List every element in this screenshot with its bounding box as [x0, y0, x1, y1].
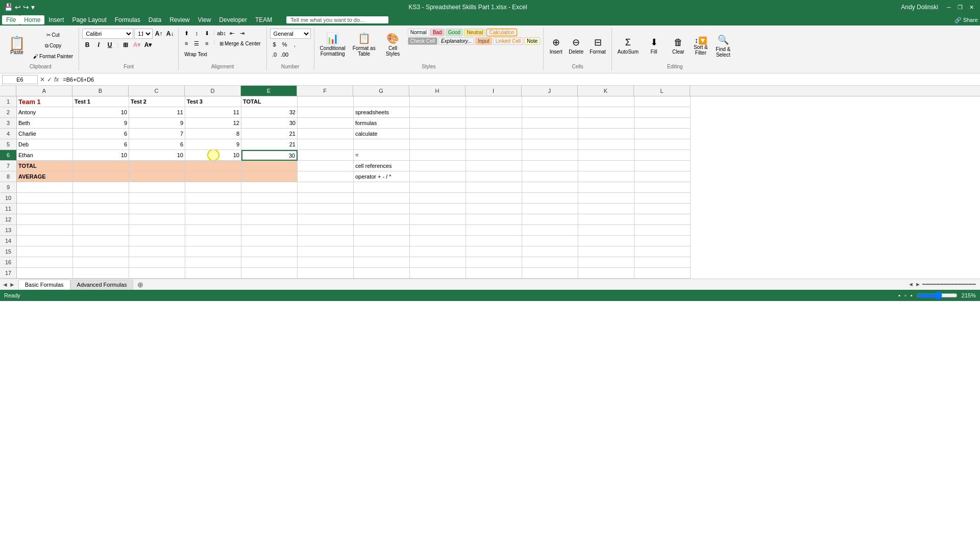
- cancel-formula-icon[interactable]: ✕: [40, 76, 45, 83]
- cell-g8[interactable]: operator + - / *: [354, 171, 410, 182]
- cell-h3[interactable]: [410, 118, 466, 129]
- cell-k13[interactable]: [578, 225, 634, 236]
- col-header-c[interactable]: C: [129, 86, 185, 96]
- cell-f10[interactable]: [298, 193, 354, 204]
- col-header-d[interactable]: D: [185, 86, 241, 96]
- find-select-button[interactable]: 🔍 Find &Select: [712, 30, 735, 62]
- cell-i6[interactable]: [466, 150, 522, 161]
- cell-d6[interactable]: 10: [185, 150, 241, 161]
- cell-b1[interactable]: Test 1: [73, 96, 129, 107]
- align-center-button[interactable]: ☰: [192, 39, 201, 48]
- name-box[interactable]: E6: [2, 75, 38, 84]
- cell-e11[interactable]: [241, 204, 298, 214]
- cell-h6[interactable]: [410, 150, 466, 161]
- cell-e16[interactable]: [241, 257, 298, 268]
- cell-i9[interactable]: [466, 182, 522, 193]
- cell-b3[interactable]: 9: [73, 118, 129, 129]
- cell-a12[interactable]: [17, 214, 73, 225]
- cell-e1[interactable]: TOTAL: [241, 96, 298, 107]
- cell-i17[interactable]: [466, 268, 522, 279]
- conditional-formatting-button[interactable]: 📊 ConditionalFormatting: [317, 29, 348, 60]
- minimize-button[interactable]: ─: [944, 3, 953, 12]
- cell-b6[interactable]: 10: [73, 150, 129, 161]
- underline-button[interactable]: U: [105, 40, 115, 50]
- indent-increase-button[interactable]: ⇥: [237, 29, 247, 38]
- cell-e3[interactable]: 30: [241, 118, 298, 129]
- menu-formulas[interactable]: Formulas: [111, 15, 144, 24]
- col-header-h[interactable]: H: [409, 86, 465, 96]
- cell-d9[interactable]: [185, 182, 241, 193]
- cell-f2[interactable]: [298, 107, 354, 118]
- format-button[interactable]: ⊟ Format: [587, 30, 608, 62]
- cell-g15[interactable]: [354, 246, 410, 257]
- font-size-select[interactable]: 11: [134, 29, 153, 39]
- font-name-select[interactable]: Calibri: [82, 29, 133, 39]
- cell-d2[interactable]: 11: [185, 107, 241, 118]
- cell-d12[interactable]: [185, 214, 241, 225]
- cell-l12[interactable]: [634, 214, 691, 225]
- cell-f11[interactable]: [298, 204, 354, 214]
- cell-j17[interactable]: [522, 268, 578, 279]
- cell-c3[interactable]: 9: [129, 118, 185, 129]
- cell-l15[interactable]: [634, 246, 691, 257]
- cell-c5[interactable]: 6: [129, 139, 185, 150]
- row-header-16[interactable]: 16: [0, 257, 16, 268]
- cell-d11[interactable]: [185, 204, 241, 214]
- sort-filter-button[interactable]: ↕🔽 Sort &Filter: [691, 30, 710, 62]
- cell-f5[interactable]: [298, 139, 354, 150]
- row-header-15[interactable]: 15: [0, 246, 16, 257]
- cell-b4[interactable]: 6: [73, 129, 129, 139]
- style-neutral[interactable]: Neutral: [464, 29, 485, 36]
- cell-c6[interactable]: 10: [129, 150, 185, 161]
- cell-b2[interactable]: 10: [73, 107, 129, 118]
- cell-c13[interactable]: [129, 225, 185, 236]
- cell-k9[interactable]: [578, 182, 634, 193]
- cell-h9[interactable]: [410, 182, 466, 193]
- align-bottom-button[interactable]: ⬇: [202, 29, 211, 38]
- style-calculation[interactable]: Calculation: [486, 29, 517, 36]
- cell-j5[interactable]: [522, 139, 578, 150]
- cell-e7[interactable]: [241, 161, 298, 171]
- cell-f9[interactable]: [298, 182, 354, 193]
- cell-j1[interactable]: [522, 96, 578, 107]
- quick-access-dropdown-icon[interactable]: ▾: [31, 3, 35, 11]
- cell-i15[interactable]: [466, 246, 522, 257]
- cell-h13[interactable]: [410, 225, 466, 236]
- col-header-k[interactable]: K: [578, 86, 634, 96]
- sheet-tab-advanced-formulas[interactable]: Advanced Formulas: [70, 280, 134, 290]
- undo-icon[interactable]: ↩: [15, 3, 21, 11]
- cell-d10[interactable]: [185, 193, 241, 204]
- cell-k1[interactable]: [578, 96, 634, 107]
- row-header-3[interactable]: 3: [0, 118, 16, 129]
- cell-k7[interactable]: [578, 161, 634, 171]
- cell-h7[interactable]: [410, 161, 466, 171]
- border-button[interactable]: ⊞: [120, 40, 131, 50]
- cell-h1[interactable]: [410, 96, 466, 107]
- percent-button[interactable]: %: [280, 40, 289, 49]
- cell-i7[interactable]: [466, 161, 522, 171]
- cell-g17[interactable]: [354, 268, 410, 279]
- row-header-6[interactable]: 6: [0, 150, 16, 161]
- currency-button[interactable]: $: [270, 40, 279, 49]
- menu-review[interactable]: Review: [165, 15, 193, 24]
- cell-k15[interactable]: [578, 246, 634, 257]
- cell-c11[interactable]: [129, 204, 185, 214]
- cell-f14[interactable]: [298, 236, 354, 246]
- menu-team[interactable]: TEAM: [251, 15, 276, 24]
- cell-l13[interactable]: [634, 225, 691, 236]
- cell-g16[interactable]: [354, 257, 410, 268]
- tab-prev-icon[interactable]: ◄: [2, 281, 8, 288]
- cell-i12[interactable]: [466, 214, 522, 225]
- menu-insert[interactable]: Insert: [44, 15, 68, 24]
- cell-g4[interactable]: calculate: [354, 129, 410, 139]
- cell-g11[interactable]: [354, 204, 410, 214]
- cell-k10[interactable]: [578, 193, 634, 204]
- cell-f16[interactable]: [298, 257, 354, 268]
- row-header-7[interactable]: 7: [0, 161, 16, 171]
- col-header-b[interactable]: B: [72, 86, 129, 96]
- style-normal[interactable]: Normal: [408, 29, 429, 36]
- cell-h10[interactable]: [410, 193, 466, 204]
- cell-g7[interactable]: cell references: [354, 161, 410, 171]
- number-format-select[interactable]: General: [270, 29, 311, 39]
- cell-i16[interactable]: [466, 257, 522, 268]
